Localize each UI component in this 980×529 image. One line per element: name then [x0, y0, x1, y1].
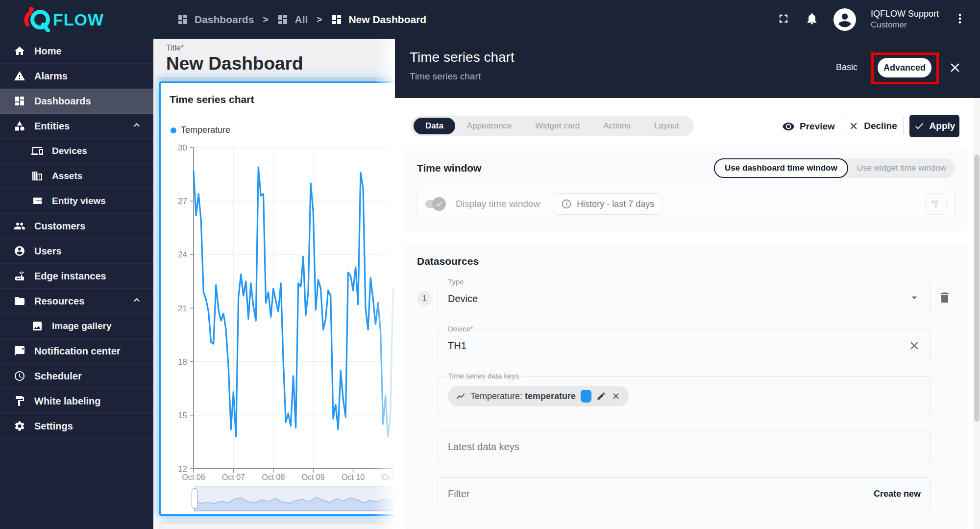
x-axis-tick-label: Oct 09	[302, 473, 325, 482]
top-bar: FLOW Dashboards>All>New Dashboard IQFLOW…	[0, 0, 980, 39]
filter-field[interactable]: Create new	[438, 477, 931, 510]
sidebar-item-devices[interactable]: Devices	[0, 139, 153, 164]
x-axis-tick-label: Oct 08	[262, 473, 285, 482]
latest-data-keys-field[interactable]	[438, 430, 931, 463]
use-widget-time-window-option[interactable]: Use widget time window	[848, 163, 955, 173]
time-window-source-toggle: Use dashboard time window Use widget tim…	[714, 158, 955, 178]
decline-button[interactable]: Decline	[842, 115, 904, 137]
entity-views-icon	[31, 195, 43, 207]
breadcrumb-item-new-dashboard[interactable]: New Dashboard	[331, 14, 426, 25]
time-window-settings-row: Display time window History - last 7 day…	[417, 190, 955, 218]
mode-basic-toggle[interactable]: Basic	[836, 62, 858, 73]
display-time-window-label: Display time window	[456, 199, 540, 209]
tab-data[interactable]: Data	[414, 118, 455, 134]
use-dashboard-time-window-option[interactable]: Use dashboard time window	[714, 158, 848, 178]
sidebar-item-customers[interactable]: Customers	[0, 214, 153, 239]
temperature-series-line	[194, 167, 395, 437]
clear-device-button[interactable]	[908, 339, 921, 352]
user-info[interactable]: IQFLOW Support Customer	[871, 8, 939, 30]
sidebar-item-label: Home	[34, 46, 62, 57]
history-timewindow-button[interactable]: History - last 7 days	[553, 193, 662, 215]
sidebar-item-resources[interactable]: Resources	[0, 289, 153, 314]
datasource-index-badge: 1	[417, 291, 432, 306]
tab-appearance[interactable]: Appearance	[455, 118, 524, 134]
breadcrumb-item-all[interactable]: All	[277, 14, 308, 25]
user-avatar[interactable]	[833, 8, 856, 31]
apply-button[interactable]: Apply	[909, 115, 959, 137]
create-new-filter-link[interactable]: Create new	[874, 489, 921, 499]
svg-text:FLOW: FLOW	[53, 10, 104, 29]
x-axis-tick-label: Oct 06	[182, 473, 205, 482]
kebab-menu-icon[interactable]	[954, 12, 966, 27]
user-name: IQFLOW Support	[871, 8, 939, 20]
chevron-up-icon[interactable]	[131, 294, 143, 308]
sidebar-item-image-gallery[interactable]: Image gallery	[0, 314, 153, 339]
notifications-bell-icon[interactable]	[805, 12, 819, 27]
time-series-chart-plot[interactable]: 30272421181512	[163, 144, 395, 473]
close-icon	[848, 121, 859, 131]
dropdown-arrow-icon[interactable]	[908, 291, 921, 306]
dashboard-title-value[interactable]: New Dashboard	[166, 53, 395, 74]
keys-field-label: Time series data keys	[445, 372, 522, 380]
delete-datasource-button[interactable]	[938, 291, 952, 306]
sidebar-item-settings[interactable]: Settings	[0, 414, 153, 439]
sidebar-item-users[interactable]: Users	[0, 239, 153, 264]
clock-icon	[14, 370, 25, 382]
sidebar-item-edge-instances[interactable]: Edge instances	[0, 264, 153, 289]
paint-icon	[14, 395, 25, 407]
svg-text:30: 30	[178, 144, 187, 152]
data-key-chip[interactable]: Temperature: temperature	[448, 386, 629, 406]
sidebar-item-label: Image gallery	[52, 321, 111, 331]
panel-scrollbar[interactable]	[974, 98, 980, 529]
scrollbar-thumb[interactable]	[974, 154, 980, 422]
filter-input[interactable]	[448, 488, 779, 500]
tab-layout[interactable]: Layout	[642, 118, 691, 134]
tab-widget-card[interactable]: Widget card	[524, 118, 592, 134]
chart-navigator[interactable]	[194, 486, 395, 511]
sidebar-item-notification-center[interactable]: Notification center	[0, 339, 153, 364]
time-series-widget[interactable]: Time series chart Temperature 3027242118…	[159, 81, 395, 516]
close-icon[interactable]	[948, 60, 962, 77]
device-field[interactable]: Device* TH1	[438, 329, 931, 362]
chevron-up-icon[interactable]	[131, 119, 143, 133]
fullscreen-icon[interactable]	[777, 12, 790, 27]
datasource-type-select[interactable]: Type Device	[438, 282, 931, 315]
type-field-label: Type	[445, 277, 467, 286]
sidebar-item-label: Entity views	[52, 196, 106, 206]
breadcrumb-separator: >	[317, 14, 322, 25]
latest-data-keys-input[interactable]	[448, 441, 779, 453]
legend-color-dot	[171, 127, 176, 133]
alarm-icon	[14, 70, 25, 82]
tab-actions[interactable]: Actions	[591, 118, 642, 134]
dashboard-icon	[277, 14, 289, 25]
sidebar-item-home[interactable]: Home	[0, 39, 153, 64]
dashboard-title-field[interactable]: Title* New Dashboard	[153, 39, 395, 77]
timewindow-style-button[interactable]	[925, 193, 947, 215]
sidebar-item-white-labeling[interactable]: White labeling	[0, 389, 153, 414]
remove-data-key-button[interactable]	[611, 391, 621, 401]
sidebar-item-entities[interactable]: Entities	[0, 114, 153, 139]
datasources-heading: Datasources	[417, 255, 955, 267]
data-key-color-swatch[interactable]	[581, 390, 591, 403]
preview-button[interactable]: Preview	[782, 118, 835, 135]
display-time-window-toggle[interactable]	[425, 200, 445, 208]
chart-legend[interactable]: Temperature	[171, 125, 230, 135]
sidebar-item-label: Settings	[34, 421, 73, 432]
panel-body: DataAppearanceWidget cardActionsLayout P…	[395, 98, 980, 529]
next-widget-partial[interactable]	[159, 524, 395, 529]
apply-label: Apply	[930, 121, 956, 131]
mode-advanced-toggle[interactable]: Advanced	[878, 58, 931, 77]
svg-text:27: 27	[178, 197, 187, 206]
sidebar-item-label: Scheduler	[34, 371, 82, 382]
svg-text:18: 18	[178, 357, 187, 367]
edit-data-key-button[interactable]	[596, 391, 606, 401]
sidebar-item-dashboards[interactable]: Dashboards	[0, 89, 153, 114]
sidebar-item-scheduler[interactable]: Scheduler	[0, 364, 153, 389]
breadcrumb-item-dashboards[interactable]: Dashboards	[177, 14, 254, 25]
iqflow-logo[interactable]: FLOW	[0, 6, 153, 33]
navigator-left-handle[interactable]	[192, 488, 198, 509]
sidebar-item-assets[interactable]: Assets	[0, 164, 153, 189]
sidebar-item-entity-views[interactable]: Entity views	[0, 189, 153, 214]
sidebar-item-alarms[interactable]: Alarms	[0, 64, 153, 89]
timeseries-data-keys-field[interactable]: Time series data keys Temperature: tempe…	[438, 376, 931, 416]
